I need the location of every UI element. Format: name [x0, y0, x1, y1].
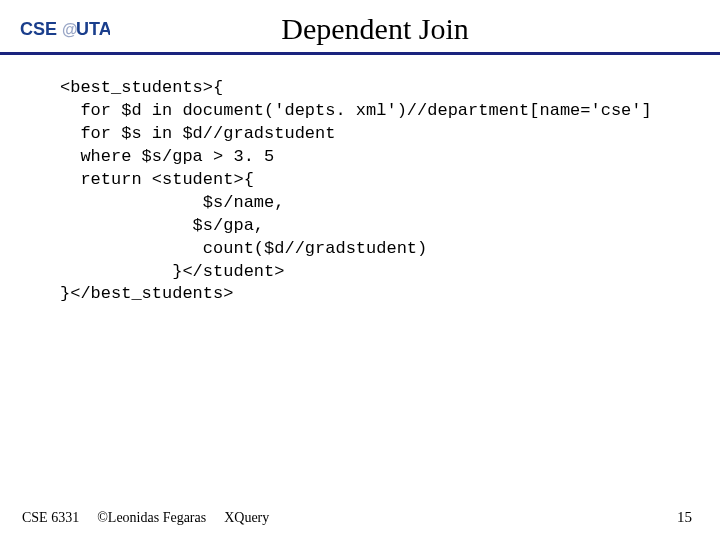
- header: CSE @ UTA Dependent Join: [0, 0, 720, 46]
- code-line: <best_students>{: [60, 78, 223, 97]
- footer-course: CSE 6331: [22, 510, 79, 526]
- code-line: for $d in document('depts. xml')//depart…: [60, 101, 652, 120]
- code-line: where $s/gpa > 3. 5: [60, 147, 274, 166]
- footer: CSE 6331 ©Leonidas Fegaras XQuery 15: [0, 509, 720, 526]
- slide-title: Dependent Join: [50, 12, 700, 46]
- footer-topic: XQuery: [224, 510, 269, 526]
- code-line: for $s in $d//gradstudent: [60, 124, 335, 143]
- footer-author: ©Leonidas Fegaras: [97, 510, 206, 526]
- code-block: <best_students>{ for $d in document('dep…: [0, 55, 720, 306]
- code-line: count($d//gradstudent): [60, 239, 427, 258]
- code-line: return <student>{: [60, 170, 254, 189]
- code-line: $s/name,: [60, 193, 284, 212]
- code-line: }</student>: [60, 262, 284, 281]
- footer-page-number: 15: [677, 509, 692, 526]
- code-line: }</best_students>: [60, 284, 233, 303]
- code-line: $s/gpa,: [60, 216, 264, 235]
